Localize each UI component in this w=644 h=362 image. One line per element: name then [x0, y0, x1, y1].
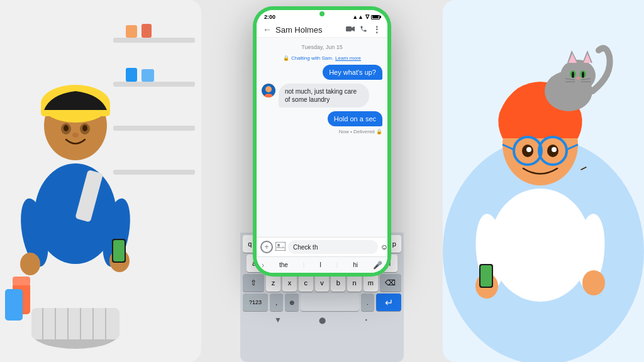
suggestion-1[interactable]: the	[275, 260, 292, 270]
right-illustration-panel	[443, 0, 644, 362]
phone-wrapper: 2:00 ▲▲ ∇ ← Sam Holmes	[240, 0, 404, 362]
status-icons: ▲▲ ∇	[352, 14, 380, 20]
video-call-icon[interactable]	[346, 25, 355, 34]
svg-rect-71	[346, 26, 352, 31]
svg-rect-3	[113, 126, 195, 131]
key-z[interactable]: z	[266, 274, 280, 292]
comma-key[interactable]: ,	[270, 293, 283, 311]
outgoing-message-1: Hey what's up?	[323, 65, 382, 80]
contact-name: Sam Holmes	[275, 25, 342, 35]
incoming-message-row: not much, just taking care of some laund…	[262, 84, 382, 107]
svg-rect-1	[113, 38, 195, 43]
svg-rect-25	[113, 240, 125, 261]
outgoing-message-1-row: Hey what's up?	[262, 65, 382, 80]
phone-device: 2:00 ▲▲ ∇ ← Sam Holmes	[253, 6, 391, 277]
emoji-button[interactable]: ☺	[380, 243, 387, 251]
svg-rect-4	[113, 170, 195, 175]
rcs-info: 🔒 Chatting with Sam. Learn more	[262, 55, 382, 61]
camera-notch	[319, 11, 325, 16]
left-illustration-panel	[0, 0, 201, 362]
image-picker-button[interactable]	[275, 242, 286, 252]
return-key[interactable]: ↵	[376, 293, 401, 311]
period-key[interactable]: .	[361, 293, 374, 311]
left-person-illustration	[0, 0, 201, 362]
svg-point-51	[560, 60, 596, 91]
svg-point-39	[490, 189, 591, 302]
svg-marker-72	[352, 26, 355, 31]
lock-icon: 🔒	[283, 55, 289, 61]
phone-call-icon[interactable]	[360, 25, 367, 35]
key-c[interactable]: c	[299, 274, 313, 292]
chevron-left-icon: ›	[262, 261, 264, 270]
nav-recent-button[interactable]: ▪	[353, 315, 379, 324]
space-key[interactable]	[301, 293, 359, 311]
key-v[interactable]: v	[315, 274, 330, 292]
suggestion-bar: › the | I | hi 🎤	[257, 256, 387, 273]
nav-bar: ▼ ⬤ ▪	[240, 313, 404, 324]
suggestion-2[interactable]: I	[316, 260, 325, 270]
svg-rect-70	[480, 265, 492, 287]
backspace-key[interactable]: ⌫	[380, 274, 401, 292]
header-icons: ⋮	[346, 25, 381, 35]
keyboard-row-4: ?123 , ⊕ . ↵	[240, 293, 404, 311]
svg-point-48	[526, 147, 531, 152]
back-button[interactable]: ←	[263, 25, 272, 35]
svg-rect-7	[126, 68, 137, 82]
keyboard-row-3: ⇧ z x c v b n m ⌫	[240, 274, 404, 292]
svg-rect-2	[113, 82, 195, 87]
key-b[interactable]: b	[331, 274, 345, 292]
more-options-icon[interactable]: ⋮	[372, 25, 381, 35]
learn-more-link[interactable]: Learn more	[335, 55, 361, 61]
svg-rect-75	[275, 242, 286, 251]
wifi-icon: ∇	[365, 14, 369, 20]
svg-rect-8	[142, 69, 154, 82]
message-input[interactable]	[288, 240, 378, 254]
rcs-info-text: Chatting with Sam.	[291, 55, 333, 61]
incoming-message: not much, just taking care of some laund…	[279, 84, 369, 107]
nav-home-button[interactable]: ⬤	[309, 315, 335, 324]
svg-rect-36	[5, 289, 23, 321]
globe-key[interactable]: ⊕	[285, 293, 298, 311]
signal-icon: ▲▲	[352, 14, 364, 20]
svg-point-49	[552, 147, 557, 152]
phone-screen: 2:00 ▲▲ ∇ ← Sam Holmes	[257, 10, 387, 273]
add-attachment-button[interactable]: +	[260, 241, 273, 253]
status-time: 2:00	[264, 14, 275, 20]
svg-point-74	[265, 86, 272, 92]
svg-rect-6	[142, 24, 152, 38]
key-x[interactable]: x	[282, 274, 297, 292]
key-n[interactable]: n	[347, 274, 362, 292]
svg-rect-5	[126, 25, 137, 38]
svg-point-59	[582, 72, 584, 78]
date-divider: Tuesday, Jun 15	[262, 44, 382, 50]
svg-point-58	[572, 72, 574, 78]
suggestion-3[interactable]: hi	[349, 260, 362, 270]
svg-point-18	[72, 133, 79, 138]
outgoing-message-2-row: Hold on a sec	[262, 111, 382, 126]
voice-input-button[interactable]: 🎤	[373, 261, 382, 270]
battery-icon	[371, 15, 380, 19]
right-person-illustration	[443, 0, 644, 362]
svg-point-68	[582, 270, 605, 295]
svg-point-16	[64, 125, 69, 131]
key-m[interactable]: m	[364, 274, 378, 292]
outgoing-message-2: Hold on a sec	[328, 111, 382, 126]
plus-icon: +	[264, 243, 269, 251]
shift-key[interactable]: ⇧	[243, 274, 264, 292]
svg-point-21	[20, 253, 40, 275]
numbers-key[interactable]: ?123	[243, 293, 268, 311]
svg-point-17	[82, 125, 87, 131]
message-status: Now • Delivered 🔒	[262, 129, 382, 134]
input-bar: + ☺	[257, 237, 387, 256]
chat-header: ← Sam Holmes ⋮	[257, 22, 387, 38]
contact-avatar	[262, 84, 275, 97]
nav-back-button[interactable]: ▼	[265, 315, 291, 324]
chat-messages-area: Tuesday, Jun 15 🔒 Chatting with Sam. Lea…	[257, 38, 387, 237]
svg-rect-35	[13, 277, 30, 285]
